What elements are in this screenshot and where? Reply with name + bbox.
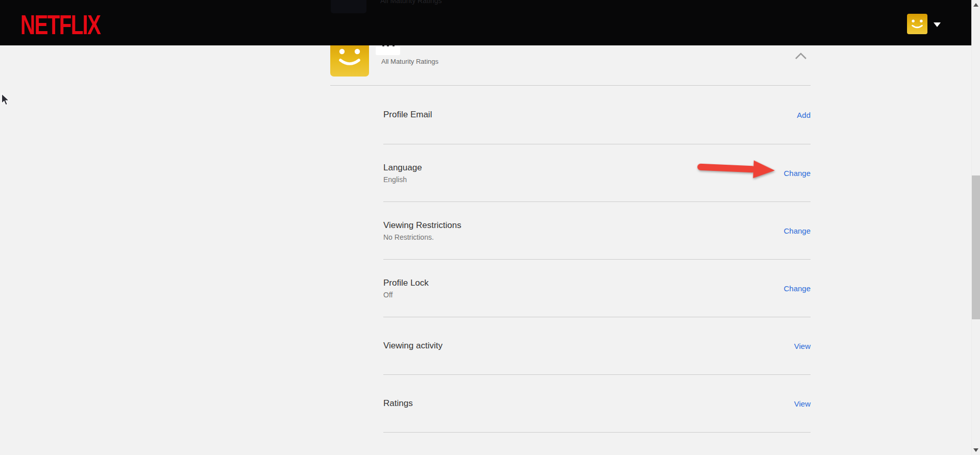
ratings-view-link[interactable]: View (794, 399, 811, 408)
profile-lock-value: Off (383, 291, 429, 299)
profile-lock-change-link[interactable]: Change (783, 284, 811, 293)
profile-name-redaction-box (376, 46, 400, 55)
smiley-face-icon (907, 14, 927, 34)
mouse-cursor (1, 93, 10, 107)
language-value: English (383, 175, 422, 184)
collapse-chevron-up-icon[interactable] (794, 52, 807, 60)
row-profile-email: Profile Email Add (383, 86, 811, 144)
vertical-scrollbar[interactable] (971, 0, 980, 455)
row-viewing-activity: Viewing activity View (383, 317, 811, 375)
viewing-activity-label: Viewing activity (383, 341, 443, 351)
language-change-link[interactable]: Change (783, 169, 811, 178)
viewing-activity-view-link[interactable]: View (794, 342, 811, 350)
profile-email-label: Profile Email (383, 110, 432, 120)
viewing-restrictions-label: Viewing Restrictions (383, 220, 461, 231)
row-viewing-restrictions: Viewing Restrictions No Restrictions. Ch… (383, 202, 811, 260)
viewing-restrictions-change-link[interactable]: Change (783, 226, 811, 235)
top-nav-header: All Maturity Ratings NETFLIX (0, 0, 971, 45)
language-label: Language (383, 163, 422, 173)
maturity-rating-label: All Maturity Ratings (381, 58, 438, 65)
scrollbar-thumb[interactable] (972, 175, 980, 319)
row-subtitle-appearance: Subtitle appearance (383, 433, 811, 455)
row-profile-lock: Profile Lock Off Change (383, 260, 811, 317)
account-avatar[interactable] (907, 14, 927, 34)
account-menu-caret-icon[interactable] (934, 22, 941, 27)
ratings-label: Ratings (383, 398, 413, 409)
scrollbar-down-arrow-icon[interactable] (973, 448, 978, 452)
viewing-restrictions-value: No Restrictions. (383, 233, 461, 241)
scrolled-under-avatar-ghost (331, 0, 366, 13)
annotation-arrow (693, 157, 782, 183)
scrollbar-up-arrow-icon[interactable] (973, 3, 978, 7)
profile-email-add-link[interactable]: Add (797, 111, 811, 119)
netflix-profile-settings-page: All Maturity Ratings Profile Email Add L… (0, 0, 980, 455)
netflix-logo[interactable]: NETFLIX (20, 8, 100, 41)
profile-settings-list: Profile Email Add Language English Chang… (383, 86, 811, 455)
row-ratings: Ratings View (383, 375, 811, 433)
scrolled-under-maturity-label: All Maturity Ratings (380, 0, 442, 5)
profile-lock-label: Profile Lock (383, 278, 429, 288)
